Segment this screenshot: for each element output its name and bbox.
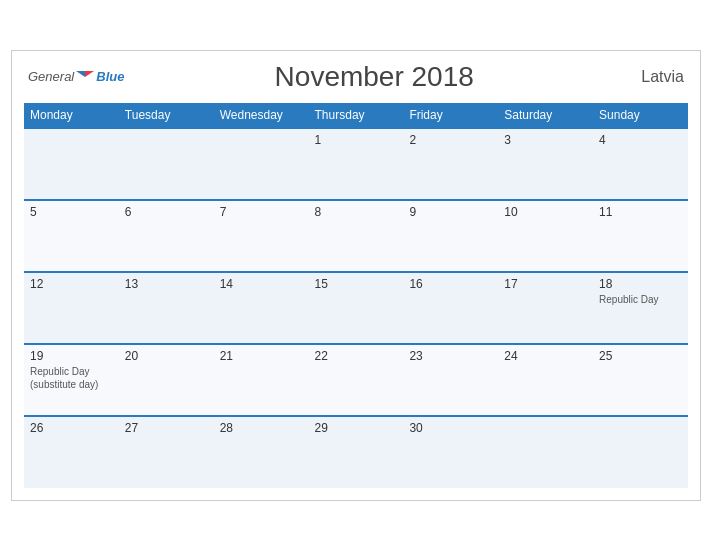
logo: General Blue bbox=[28, 69, 124, 84]
calendar-cell: 2 bbox=[403, 128, 498, 200]
calendar-cell: 4 bbox=[593, 128, 688, 200]
logo-general: General bbox=[28, 69, 74, 84]
day-number: 7 bbox=[220, 205, 303, 219]
calendar-header-row: MondayTuesdayWednesdayThursdayFridaySatu… bbox=[24, 103, 688, 128]
calendar-cell: 21 bbox=[214, 344, 309, 416]
day-number: 12 bbox=[30, 277, 113, 291]
logo-blue: Blue bbox=[96, 69, 124, 84]
country-name: Latvia bbox=[624, 68, 684, 86]
calendar-cell bbox=[498, 416, 593, 488]
weekday-header: Saturday bbox=[498, 103, 593, 128]
calendar-cell: 24 bbox=[498, 344, 593, 416]
calendar-cell: 1 bbox=[309, 128, 404, 200]
calendar-week-row: 1234 bbox=[24, 128, 688, 200]
day-number: 24 bbox=[504, 349, 587, 363]
calendar-cell: 11 bbox=[593, 200, 688, 272]
calendar-cell bbox=[24, 128, 119, 200]
calendar-cell: 22 bbox=[309, 344, 404, 416]
day-number: 21 bbox=[220, 349, 303, 363]
calendar-cell: 26 bbox=[24, 416, 119, 488]
calendar-cell: 19Republic Day (substitute day) bbox=[24, 344, 119, 416]
day-number: 30 bbox=[409, 421, 492, 435]
calendar-title: November 2018 bbox=[124, 61, 624, 93]
weekday-header: Monday bbox=[24, 103, 119, 128]
day-number: 4 bbox=[599, 133, 682, 147]
day-number: 15 bbox=[315, 277, 398, 291]
calendar-week-row: 2627282930 bbox=[24, 416, 688, 488]
calendar-grid: MondayTuesdayWednesdayThursdayFridaySatu… bbox=[24, 103, 688, 488]
weekday-header: Wednesday bbox=[214, 103, 309, 128]
calendar-cell bbox=[119, 128, 214, 200]
calendar-cell: 3 bbox=[498, 128, 593, 200]
calendar-cell: 12 bbox=[24, 272, 119, 344]
weekday-header: Thursday bbox=[309, 103, 404, 128]
calendar-cell: 27 bbox=[119, 416, 214, 488]
day-number: 8 bbox=[315, 205, 398, 219]
day-number: 26 bbox=[30, 421, 113, 435]
calendar-cell: 30 bbox=[403, 416, 498, 488]
calendar-container: General Blue November 2018 Latvia Monday… bbox=[11, 50, 701, 501]
day-number: 1 bbox=[315, 133, 398, 147]
calendar-cell: 16 bbox=[403, 272, 498, 344]
calendar-cell bbox=[214, 128, 309, 200]
holiday-name: Republic Day bbox=[599, 293, 682, 306]
day-number: 6 bbox=[125, 205, 208, 219]
calendar-cell: 18Republic Day bbox=[593, 272, 688, 344]
day-number: 16 bbox=[409, 277, 492, 291]
day-number: 20 bbox=[125, 349, 208, 363]
calendar-cell: 25 bbox=[593, 344, 688, 416]
calendar-cell: 17 bbox=[498, 272, 593, 344]
day-number: 2 bbox=[409, 133, 492, 147]
day-number: 9 bbox=[409, 205, 492, 219]
calendar-cell: 28 bbox=[214, 416, 309, 488]
calendar-cell: 13 bbox=[119, 272, 214, 344]
day-number: 17 bbox=[504, 277, 587, 291]
calendar-cell: 20 bbox=[119, 344, 214, 416]
day-number: 28 bbox=[220, 421, 303, 435]
calendar-cell: 10 bbox=[498, 200, 593, 272]
day-number: 3 bbox=[504, 133, 587, 147]
calendar-cell: 9 bbox=[403, 200, 498, 272]
day-number: 11 bbox=[599, 205, 682, 219]
calendar-cell: 23 bbox=[403, 344, 498, 416]
holiday-name: Republic Day (substitute day) bbox=[30, 365, 113, 391]
day-number: 10 bbox=[504, 205, 587, 219]
weekday-header: Tuesday bbox=[119, 103, 214, 128]
calendar-week-row: 12131415161718Republic Day bbox=[24, 272, 688, 344]
day-number: 5 bbox=[30, 205, 113, 219]
day-number: 27 bbox=[125, 421, 208, 435]
calendar-cell: 15 bbox=[309, 272, 404, 344]
calendar-cell: 6 bbox=[119, 200, 214, 272]
calendar-header: General Blue November 2018 Latvia bbox=[24, 61, 688, 93]
weekday-header: Friday bbox=[403, 103, 498, 128]
calendar-cell: 29 bbox=[309, 416, 404, 488]
weekday-header: Sunday bbox=[593, 103, 688, 128]
logo-flag-icon bbox=[76, 70, 94, 84]
calendar-week-row: 567891011 bbox=[24, 200, 688, 272]
day-number: 13 bbox=[125, 277, 208, 291]
calendar-cell: 8 bbox=[309, 200, 404, 272]
day-number: 18 bbox=[599, 277, 682, 291]
day-number: 19 bbox=[30, 349, 113, 363]
calendar-cell: 7 bbox=[214, 200, 309, 272]
day-number: 29 bbox=[315, 421, 398, 435]
calendar-week-row: 19Republic Day (substitute day)202122232… bbox=[24, 344, 688, 416]
day-number: 25 bbox=[599, 349, 682, 363]
calendar-cell: 14 bbox=[214, 272, 309, 344]
day-number: 23 bbox=[409, 349, 492, 363]
calendar-cell bbox=[593, 416, 688, 488]
day-number: 14 bbox=[220, 277, 303, 291]
day-number: 22 bbox=[315, 349, 398, 363]
calendar-cell: 5 bbox=[24, 200, 119, 272]
